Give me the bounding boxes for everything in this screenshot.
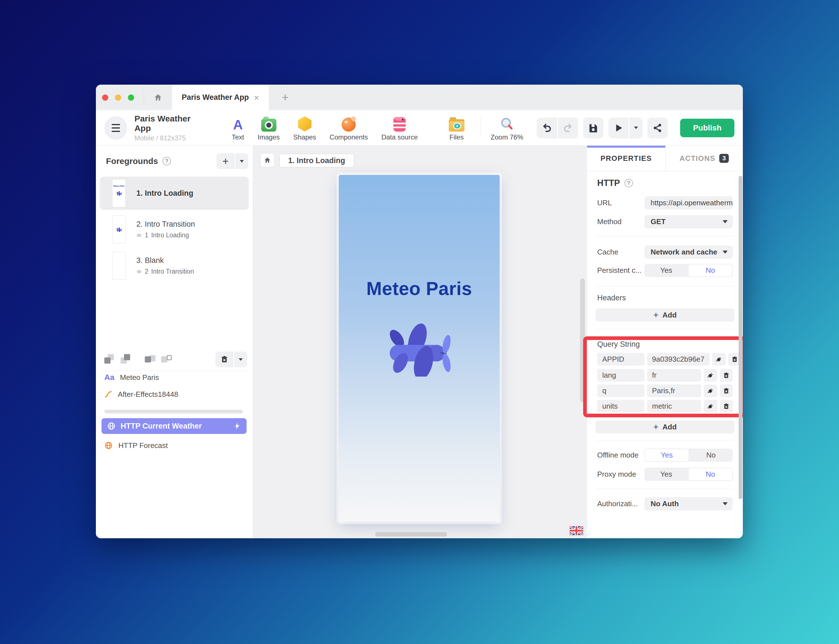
share-button[interactable] [647, 118, 668, 138]
query-value-input[interactable]: 9a0393c2b96e7 [647, 353, 710, 366]
design-canvas[interactable]: 1. Intro Loading Meteo Paris [253, 146, 587, 538]
tool-data-source[interactable]: Data source [381, 115, 417, 141]
layers-toolbar [104, 352, 247, 367]
toggle-no-selected[interactable]: No [688, 468, 733, 481]
link-icon [136, 269, 142, 274]
foregrounds-title: Foregrounds [106, 156, 158, 166]
bind-value-button[interactable] [704, 400, 717, 412]
menu-button[interactable] [104, 116, 127, 140]
query-key-input[interactable]: units [597, 400, 644, 412]
layer-item-http-forecast[interactable]: HTTP Forecast [104, 438, 246, 453]
bring-forward-button[interactable] [121, 354, 131, 365]
camera-icon [261, 119, 276, 131]
authorization-select[interactable]: No Auth [644, 497, 733, 511]
help-icon[interactable]: ? [163, 157, 171, 165]
close-tab-icon[interactable]: × [254, 93, 259, 102]
play-button[interactable] [608, 118, 629, 138]
url-input[interactable]: https://api.openweathermap [644, 196, 733, 210]
plane-illustration[interactable] [383, 319, 455, 378]
breadcrumb-home-button[interactable] [261, 154, 274, 167]
add-header-button[interactable]: + Add [596, 309, 734, 322]
toggle-no[interactable]: No [689, 449, 733, 462]
phone-title-text[interactable]: Meteo Paris [339, 278, 500, 299]
tab-actions[interactable]: ACTIONS 3 [665, 146, 743, 171]
layer-item-after-effects[interactable]: After-Effects18448 [104, 387, 246, 402]
send-backward-button[interactable] [104, 354, 115, 365]
save-button[interactable] [583, 118, 603, 138]
share-icon [653, 123, 662, 133]
query-key-input[interactable]: APPID [597, 353, 644, 366]
maximize-window-button[interactable] [128, 94, 134, 101]
minimize-window-button[interactable] [115, 94, 121, 101]
query-key-input[interactable]: lang [597, 369, 644, 382]
linked-screen: 1 Intro Loading [136, 232, 195, 239]
query-value-input[interactable]: fr [647, 369, 701, 382]
tab-properties[interactable]: PROPERTIES [587, 146, 665, 171]
publish-button[interactable]: Publish [680, 119, 734, 137]
tool-components[interactable]: Components [330, 115, 368, 141]
tool-files[interactable]: + Files [449, 115, 465, 141]
add-foreground-button[interactable]: + [217, 153, 235, 169]
toggle-yes[interactable]: Yes [644, 264, 688, 277]
tab-paris-weather-app[interactable]: Paris Weather App × [172, 85, 269, 110]
offline-mode-label: Offline mode [597, 451, 644, 460]
toggle-yes-selected[interactable]: Yes [644, 449, 689, 462]
layer-item-http-current-weather[interactable]: HTTP Current Weather [102, 418, 246, 434]
offline-mode-row: Offline mode Yes No [597, 449, 733, 462]
bind-value-button[interactable] [712, 353, 726, 366]
foreground-item-blank[interactable]: 3. Blank 2 Intro Transition [100, 249, 249, 283]
layer-item-text[interactable]: Aa Meteo Paris [104, 370, 246, 385]
divider [596, 489, 734, 489]
bind-value-button[interactable] [704, 384, 717, 397]
cache-select[interactable]: Network and cache [644, 245, 733, 259]
delete-layer-options-button[interactable] [234, 352, 247, 367]
foreground-item-intro-transition[interactable]: 2. Intro Transition 1 Intro Loading [100, 213, 249, 246]
breadcrumb: 1. Intro Loading [261, 154, 354, 168]
tool-images[interactable]: Images [258, 115, 280, 141]
trash-icon [723, 403, 730, 410]
home-icon[interactable] [154, 93, 163, 102]
canvas-horizontal-scrollbar[interactable] [375, 532, 447, 537]
redo-button[interactable] [558, 118, 578, 138]
zoom-control[interactable]: Zoom 76% [491, 115, 523, 141]
delete-layer-button[interactable] [215, 352, 233, 367]
foreground-item-intro-loading[interactable]: Meteo Paris 1. Intro Loading [100, 177, 249, 210]
toggle-no-selected[interactable]: No [688, 264, 733, 277]
add-query-button[interactable]: + Add [596, 421, 734, 434]
send-to-back-button[interactable] [145, 354, 156, 365]
cache-row: Cache Network and cache [597, 245, 733, 259]
close-window-button[interactable] [102, 94, 108, 101]
toggle-yes[interactable]: Yes [644, 468, 688, 481]
delete-query-button[interactable] [720, 384, 733, 397]
method-select[interactable]: GET [644, 215, 733, 228]
delete-query-button[interactable] [720, 400, 733, 412]
query-value-input[interactable]: metric [647, 400, 701, 412]
add-foreground-options-button[interactable] [235, 153, 248, 169]
query-key-input[interactable]: q [597, 384, 644, 397]
add-foreground-group: + [217, 153, 248, 169]
plug-icon [716, 356, 722, 363]
tab-title: Paris Weather App [182, 93, 249, 102]
delete-query-button[interactable] [720, 369, 733, 382]
tool-text[interactable]: A Text [232, 115, 244, 141]
bring-to-front-button[interactable] [161, 354, 172, 365]
home-icon [264, 157, 271, 164]
query-value-input[interactable]: Paris,fr [647, 384, 701, 397]
breadcrumb-screen-chip[interactable]: 1. Intro Loading [279, 154, 354, 168]
phone-preview[interactable]: Meteo Paris [339, 175, 500, 522]
folder-plus-icon: + [449, 119, 465, 131]
canvas-vertical-scrollbar[interactable] [580, 278, 585, 402]
play-options-button[interactable] [629, 118, 642, 138]
panel-scrollbar[interactable] [739, 176, 742, 499]
tool-shapes[interactable]: Shapes [293, 115, 316, 141]
trash-icon [731, 356, 738, 363]
share-group [647, 118, 668, 138]
help-icon[interactable]: ? [624, 179, 633, 187]
divider [596, 236, 734, 237]
uk-flag-icon[interactable] [570, 525, 583, 536]
add-label: Add [662, 423, 677, 431]
undo-button[interactable] [537, 118, 557, 138]
bind-value-button[interactable] [704, 369, 717, 382]
new-tab-button[interactable]: + [282, 91, 289, 104]
tool-label: Components [330, 133, 368, 141]
